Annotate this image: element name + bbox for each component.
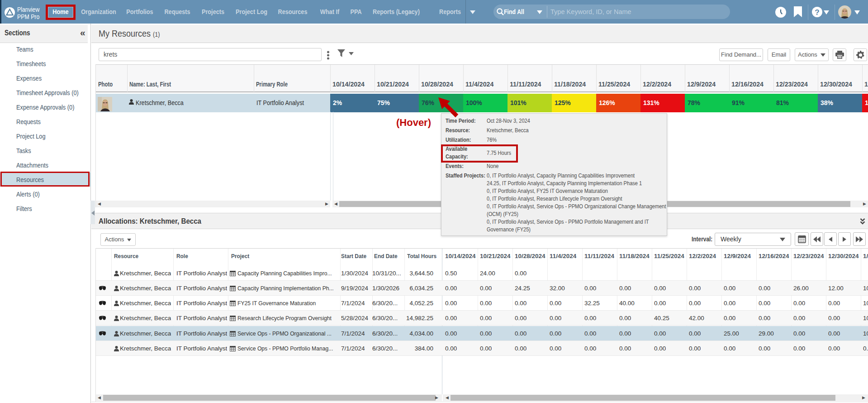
svg-text:?: ? xyxy=(815,8,819,17)
